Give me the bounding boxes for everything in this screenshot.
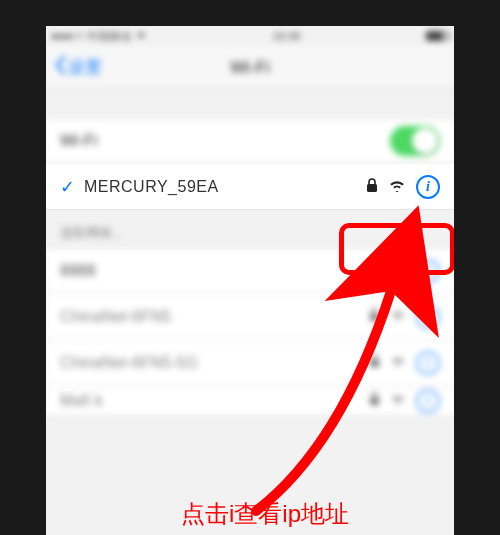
network-ssid: Mafi k xyxy=(60,392,369,410)
wifi-signal-icon xyxy=(390,308,406,325)
back-label: 设置 xyxy=(68,56,102,79)
checkmark-icon: ✓ xyxy=(60,176,82,198)
lock-icon xyxy=(369,354,380,371)
info-button[interactable]: i xyxy=(416,175,440,199)
svg-rect-1 xyxy=(370,268,379,275)
info-button[interactable]: i xyxy=(416,259,440,283)
wifi-signal-icon xyxy=(390,263,406,280)
svg-rect-2 xyxy=(370,314,379,321)
network-ssid: ChinaNet-6FN5 xyxy=(60,308,369,326)
network-row[interactable]: ChinaNet-6FN5-5G i xyxy=(46,340,454,386)
lock-icon xyxy=(369,392,380,409)
wifi-label: Wi-Fi xyxy=(60,132,390,150)
battery-icon xyxy=(426,31,448,41)
network-ssid: 8888 xyxy=(60,262,369,280)
network-row[interactable]: Mafi k i xyxy=(46,386,454,416)
svg-rect-3 xyxy=(370,360,379,367)
network-ssid: ChinaNet-6FN5-5G xyxy=(60,354,369,372)
annotation-text: 点击i查看ip地址 xyxy=(181,498,349,530)
info-button[interactable]: i xyxy=(416,351,440,375)
wifi-toggle-row: Wi-Fi xyxy=(46,118,454,164)
clock: 10:36 xyxy=(273,30,301,42)
connected-network-row[interactable]: ✓ MERCURY_59EA i xyxy=(46,164,454,210)
choose-network-header: 选取网络... xyxy=(46,210,454,248)
wifi-status-icon xyxy=(135,30,147,42)
lock-icon xyxy=(369,263,380,280)
back-button[interactable]: 设置 xyxy=(54,55,102,80)
phone-screen: 中国移动 10:36 设置 Wi-Fi Wi-Fi xyxy=(46,26,454,535)
wifi-signal-icon xyxy=(390,392,406,409)
svg-rect-4 xyxy=(370,398,379,405)
info-button[interactable]: i xyxy=(416,305,440,329)
wifi-toggle[interactable] xyxy=(390,126,440,156)
nav-bar: 设置 Wi-Fi xyxy=(46,46,454,90)
chevron-left-icon xyxy=(54,55,66,80)
svg-rect-0 xyxy=(367,184,377,192)
network-row[interactable]: ChinaNet-6FN5 i xyxy=(46,294,454,340)
lock-icon xyxy=(366,178,378,196)
network-row[interactable]: 8888 i xyxy=(46,248,454,294)
info-button[interactable]: i xyxy=(416,389,440,413)
wifi-signal-icon xyxy=(390,354,406,371)
signal-dots-icon xyxy=(52,34,83,39)
status-bar: 中国移动 10:36 xyxy=(46,26,454,46)
wifi-signal-icon xyxy=(388,178,406,195)
lock-icon xyxy=(369,308,380,325)
carrier-label: 中国移动 xyxy=(87,29,131,44)
connected-ssid: MERCURY_59EA xyxy=(84,178,366,196)
page-title: Wi-Fi xyxy=(230,58,270,78)
